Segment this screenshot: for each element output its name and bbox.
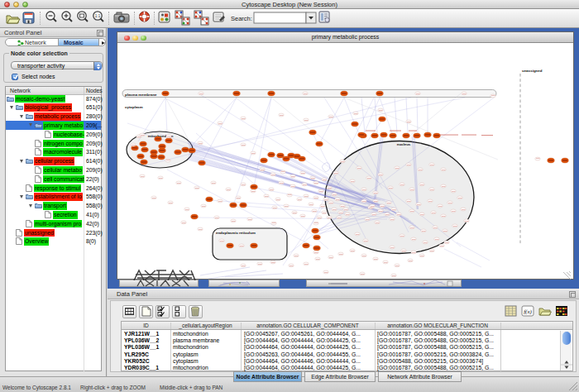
svg-text:cytoplasm: cytoplasm bbox=[125, 105, 143, 109]
svg-text:nucleus: nucleus bbox=[397, 142, 411, 146]
svg-text:unassigned: unassigned bbox=[522, 69, 543, 73]
svg-text:plasma membrane: plasma membrane bbox=[125, 93, 157, 97]
svg-text:f(x): f(x) bbox=[524, 308, 532, 315]
svg-text:1:1: 1:1 bbox=[95, 14, 101, 18]
svg-text:endoplasmic reticulum: endoplasmic reticulum bbox=[216, 231, 256, 235]
